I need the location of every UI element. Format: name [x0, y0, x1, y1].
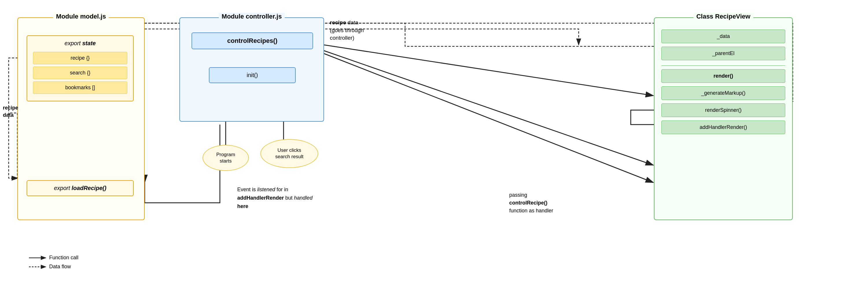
controlrecipe-bold: controlRecipe(): [509, 200, 548, 206]
recipe-left-data: data: [3, 112, 13, 118]
module-controller-title: Module controller.js: [219, 13, 285, 20]
user-clicks-text: User clickssearch result: [275, 147, 303, 160]
state-bold: state: [82, 40, 96, 46]
event-annotation: Event is listened for in addHandlerRende…: [237, 185, 312, 210]
recipe-data-annotation: recipe data (goes through controller): [330, 19, 364, 42]
diagram-container: Module model.js export state recipe {} s…: [0, 0, 868, 290]
handled-italic: handled: [294, 195, 312, 201]
export-italic: export: [64, 40, 81, 46]
addhandlerrender-bold: addHandlerRender: [237, 195, 284, 201]
init-text: init(): [247, 72, 258, 78]
view-divider: [661, 65, 785, 66]
legend-function-call: Function call: [29, 255, 79, 261]
export-state-box: export state recipe {} search {} bookmar…: [27, 35, 134, 102]
module-controller-box: Module controller.js controlRecipes() in…: [179, 18, 324, 122]
export-state-label: export state: [27, 36, 133, 50]
passing-annotation: passing controlRecipe() function as hand…: [509, 191, 553, 215]
svg-line-10: [324, 51, 653, 165]
view-item-render: render(): [661, 69, 785, 83]
recipe-data-left-label: recipe data: [3, 104, 18, 119]
recipe-controller: controller): [330, 35, 354, 41]
listened-italic: listened: [257, 186, 275, 192]
class-recipeview-box: Class RecipeView _data _parentEl render(…: [654, 18, 793, 220]
export-load-italic: export: [54, 185, 70, 191]
recipe-goes-through: (goes through: [330, 27, 364, 33]
control-recipes-box: controlRecipes(): [191, 32, 313, 49]
program-starts-text: Programstarts: [216, 151, 235, 164]
export-load-box: export loadRecipe(): [27, 180, 134, 196]
class-recipeview-title: Class RecipeView: [693, 13, 753, 20]
view-item-parental: _parentEl: [661, 47, 785, 60]
legend-function-call-label: Function call: [49, 255, 79, 261]
legend-data-flow-label: Data flow: [49, 264, 71, 270]
module-model-box: Module model.js export state recipe {} s…: [18, 18, 145, 220]
recipe-bold: recipe: [330, 20, 346, 26]
class-recipeview-title-text: Class RecipeView: [696, 13, 750, 20]
view-item-generatemarkup: _generateMarkup(): [661, 86, 785, 100]
svg-line-11: [324, 54, 653, 182]
legend-data-flow: Data flow: [29, 264, 79, 270]
module-controller-title-text: Module controller.js: [222, 13, 282, 20]
legend: Function call Data flow: [29, 255, 79, 272]
loadrecipe-bold: loadRecipe(): [72, 185, 106, 191]
view-item-data: _data: [661, 30, 785, 43]
state-item-recipe: recipe {}: [33, 52, 127, 64]
view-item-renderspinner: renderSpinner(): [661, 104, 785, 117]
legend-dashed-arrow: [29, 264, 49, 270]
state-item-bookmarks: bookmarks []: [33, 81, 127, 94]
state-item-search: search {}: [33, 67, 127, 79]
handled-here: here: [237, 203, 248, 209]
view-item-addhandlerrender: addHandlerRender(): [661, 120, 785, 134]
module-model-title: Module model.js: [53, 13, 109, 20]
recipe-left-bold: recipe: [3, 105, 18, 111]
control-recipes-text: controlRecipes(): [227, 37, 277, 44]
program-starts-oval: Programstarts: [203, 145, 249, 171]
user-clicks-oval: User clickssearch result: [260, 139, 318, 168]
init-box: init(): [209, 67, 296, 83]
legend-solid-arrow: [29, 255, 49, 261]
module-model-title-text: Module model.js: [56, 13, 106, 20]
svg-line-9: [324, 45, 653, 96]
